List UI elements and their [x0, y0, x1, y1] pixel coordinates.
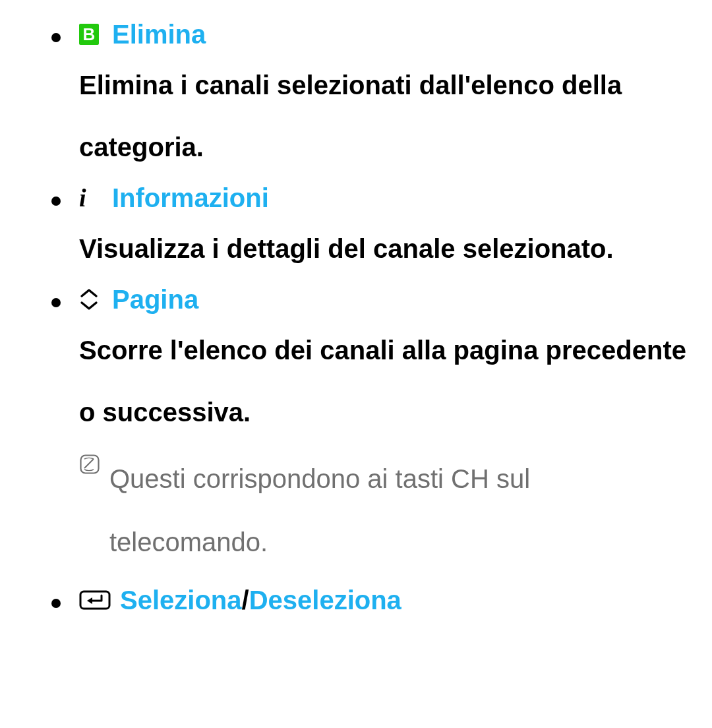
enter-icon [79, 589, 116, 611]
svg-marker-2 [87, 597, 92, 604]
b-button-icon: B [79, 24, 108, 45]
item-desc: Scorre l'elenco dei canali alla pagina p… [79, 319, 692, 443]
list-item: i Informazioni Visualizza i dettagli del… [20, 185, 692, 280]
item-label: Pagina [112, 286, 198, 313]
item-header: Seleziona / Deseleziona [79, 587, 692, 613]
list-item: B Elimina Elimina i canali selezionati d… [20, 21, 692, 178]
list-item: Pagina Scorre l'elenco dei canali alla p… [20, 286, 692, 574]
note: Questi corrispondono ai tasti CH sul tel… [79, 447, 692, 574]
item-header: B Elimina [79, 21, 692, 47]
info-icon: i [79, 185, 108, 210]
item-header: Pagina [79, 286, 692, 313]
item-label: Informazioni [112, 185, 269, 211]
item-label-1: Seleziona [120, 587, 242, 613]
item-desc: Visualizza i dettagli del canale selezio… [79, 218, 692, 280]
item-label: Elimina [112, 21, 206, 47]
bullet-list: B Elimina Elimina i canali selezionati d… [20, 21, 692, 613]
list-item: Seleziona / Deseleziona [20, 587, 692, 613]
item-desc: Elimina i canali selezionati dall'elenco… [79, 54, 692, 178]
note-text: Questi corrispondono ai tasti CH sul tel… [109, 447, 692, 574]
item-header: i Informazioni [79, 185, 692, 211]
up-down-icon [79, 288, 108, 311]
item-label-sep: / [242, 587, 249, 613]
note-icon [79, 447, 109, 475]
item-label-2: Deseleziona [249, 587, 401, 613]
